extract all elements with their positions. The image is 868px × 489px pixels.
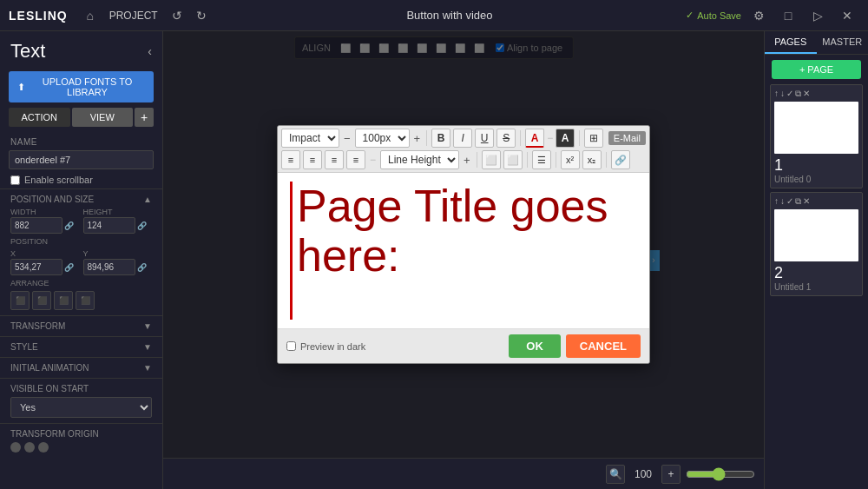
enable-scrollbar-label: Enable scrollbar — [24, 175, 93, 185]
right-sidebar: PAGES MASTER + PAGE ↑ ↓ ✓ ⧉ ✕ 1 Untitled… — [764, 31, 868, 489]
home-icon[interactable]: ⌂ — [81, 6, 100, 25]
page-1-thumbnail — [774, 102, 858, 154]
page-1-up-icon[interactable]: ↑ — [774, 89, 779, 99]
visible-select[interactable]: Yes — [10, 397, 152, 418]
italic-button[interactable]: I — [453, 129, 472, 148]
origin-dot-3[interactable] — [38, 442, 49, 453]
dialog-text-content[interactable]: Page Title goes here: — [290, 182, 637, 281]
height-input[interactable] — [83, 217, 135, 234]
link-btn[interactable]: 🔗 — [611, 150, 630, 169]
highlight-color-button[interactable]: A — [556, 129, 575, 148]
strikethrough-button[interactable]: S — [496, 129, 516, 148]
add-page-button[interactable]: + PAGE — [772, 60, 861, 79]
align-center-text-btn[interactable]: ≡ — [303, 150, 322, 169]
page-2-copy-icon[interactable]: ⧉ — [795, 196, 801, 207]
height-lock-icon[interactable]: 🔗 — [137, 221, 147, 230]
divider6 — [556, 152, 556, 168]
width-lock-icon[interactable]: 🔗 — [64, 221, 74, 230]
superscript-btn[interactable]: x² — [561, 150, 580, 169]
subscript-btn[interactable]: x₂ — [582, 150, 602, 169]
preview-icon[interactable]: □ — [779, 6, 798, 25]
xy-grid: X 🔗 Y 🔗 — [10, 249, 152, 275]
action-button[interactable]: ACTION — [9, 108, 70, 127]
text-color-button[interactable]: A — [525, 129, 544, 148]
sidebar-close-btn[interactable]: ‹ — [148, 44, 152, 58]
app-logo: LESLINQ — [9, 9, 68, 23]
zoom-in-btn[interactable]: + — [661, 465, 681, 484]
page-2-down-icon[interactable]: ↓ — [780, 196, 785, 207]
rte-row2: ≡ ≡ ≡ ≡ − Line Height + ⬜ ⬜ ☰ — [281, 150, 646, 169]
upload-fonts-button[interactable]: ⬆ UPLOAD FONTS TO LIBRARY — [9, 71, 154, 102]
x-lock-icon[interactable]: 🔗 — [64, 263, 74, 272]
share-icon[interactable]: ▷ — [808, 6, 827, 25]
origin-dot-1[interactable] — [10, 442, 21, 453]
page-thumb-2[interactable]: ↑ ↓ ✓ ⧉ ✕ 2 Untitled 1 — [770, 192, 863, 296]
origin-dot-2[interactable] — [24, 442, 35, 453]
master-tab[interactable]: MASTER — [817, 31, 869, 54]
font-size-increase-btn[interactable]: + — [412, 132, 423, 145]
font-family-select[interactable]: Impact — [281, 129, 339, 148]
redo-icon[interactable]: ↻ — [192, 6, 211, 25]
page-2-delete-icon[interactable]: ✕ — [803, 196, 810, 207]
preview-dark-checkbox[interactable] — [286, 341, 296, 351]
transform-origin-section: TRANSFORM ORIGIN — [0, 423, 162, 458]
add-button[interactable]: + — [135, 108, 154, 127]
page-1-copy-icon[interactable]: ⧉ — [795, 89, 801, 99]
cancel-button[interactable]: CANCEL — [566, 334, 641, 358]
transform-section: TRANSFORM ▼ — [0, 315, 162, 336]
page-1-delete-icon[interactable]: ✕ — [803, 89, 810, 99]
page-2-visible-icon[interactable]: ✓ — [786, 196, 793, 207]
x-input[interactable] — [10, 259, 62, 275]
settings-icon[interactable]: ⚙ — [749, 6, 768, 25]
zoom-controls: 🔍 100 + — [606, 465, 755, 484]
outdent-btn[interactable]: ⬜ — [503, 150, 523, 169]
y-lock-icon[interactable]: 🔗 — [137, 263, 147, 272]
align-right-text-btn[interactable]: ≡ — [325, 150, 344, 169]
bring-forward-btn[interactable]: ⬛ — [32, 291, 51, 310]
zoom-out-icon[interactable]: 🔍 — [606, 465, 625, 484]
page-1-down-icon[interactable]: ↓ — [780, 89, 785, 99]
page-1-visible-icon[interactable]: ✓ — [786, 89, 793, 99]
send-backward-btn[interactable]: ⬛ — [54, 291, 73, 310]
bold-button[interactable]: B — [431, 129, 450, 148]
name-input[interactable] — [9, 150, 154, 169]
dialog-content[interactable]: Page Title goes here: — [278, 173, 649, 329]
view-button[interactable]: VIEW — [72, 108, 134, 127]
page-2-up-icon[interactable]: ↑ — [774, 196, 779, 207]
x-field: X 🔗 — [10, 249, 80, 275]
transform-title[interactable]: TRANSFORM ▼ — [10, 321, 152, 331]
rte-row1: Impact − 100px + B I U S A — [281, 129, 646, 148]
style-title[interactable]: STYLE ▼ — [10, 342, 152, 352]
width-input[interactable] — [10, 217, 62, 234]
align-left-text-btn[interactable]: ≡ — [281, 150, 300, 169]
line-height-select[interactable]: Line Height — [380, 150, 459, 169]
list-btn[interactable]: ☰ — [532, 150, 551, 169]
font-size-decrease-btn[interactable]: − — [342, 132, 352, 145]
align-justify-text-btn[interactable]: ≡ — [346, 150, 365, 169]
indent-btn[interactable]: ⬜ — [482, 150, 501, 169]
bring-front-btn[interactable]: ⬛ — [10, 291, 30, 310]
email-button[interactable]: E-Mail — [608, 131, 646, 145]
enable-scrollbar-checkbox[interactable] — [10, 175, 20, 185]
font-size-select[interactable]: 100px — [355, 129, 410, 148]
initial-animation-title[interactable]: INITIAL ANIMATION ▼ — [10, 363, 152, 373]
enable-scrollbar-row: Enable scrollbar — [0, 171, 162, 188]
project-link[interactable]: PROJECT — [109, 10, 158, 22]
more-options-button[interactable]: ⊞ — [584, 129, 603, 148]
sidebar-title: Text — [10, 40, 45, 63]
underline-button[interactable]: U — [475, 129, 494, 148]
position-size-section: POSITION AND SIZE ▲ WIDTH 🔗 HEIGHT 🔗 — [0, 188, 162, 315]
line-height-increase-btn[interactable]: + — [462, 154, 472, 167]
close-icon[interactable]: ✕ — [838, 6, 857, 25]
ok-button[interactable]: OK — [509, 334, 561, 358]
undo-icon[interactable]: ↺ — [168, 6, 187, 25]
dialog-actions: OK CANCEL — [509, 334, 641, 358]
send-back-btn[interactable]: ⬛ — [76, 291, 95, 310]
position-size-title[interactable]: POSITION AND SIZE ▲ — [10, 195, 152, 204]
page-thumb-1[interactable]: ↑ ↓ ✓ ⧉ ✕ 1 Untitled 0 — [770, 84, 863, 188]
zoom-slider[interactable] — [686, 467, 755, 481]
name-label: NAME — [0, 132, 162, 149]
y-input[interactable] — [83, 259, 135, 275]
pages-tab[interactable]: PAGES — [765, 31, 817, 54]
pages-master-tabs: PAGES MASTER — [765, 31, 868, 55]
